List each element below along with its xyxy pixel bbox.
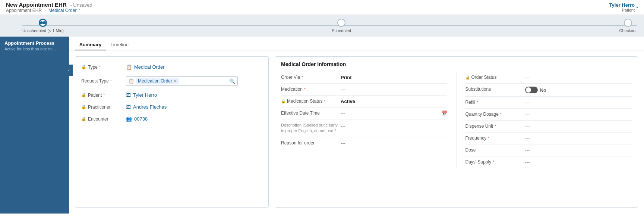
search-icon[interactable]: 🔍 <box>229 78 235 84</box>
toggle-track[interactable] <box>525 87 538 93</box>
lock-icon-practitioner: 🔒 <box>81 105 86 109</box>
medication-value[interactable]: --- <box>341 87 447 92</box>
substitutions-no-label: No <box>540 87 546 93</box>
substitutions-label: Substitutions <box>465 87 525 92</box>
step-circle-unscheduled <box>39 19 47 27</box>
tab-summary[interactable]: Summary <box>75 40 106 50</box>
quantity-dosage-label: Quantity Dosage * <box>465 112 525 117</box>
top-bar-left: New Appointment EHR - Unsaved Appointmen… <box>6 1 92 13</box>
info-row-description: Description (Spelled out clearly in prop… <box>281 119 447 137</box>
info-row-effective-date: Effective Date Time --- 📅 <box>281 108 447 119</box>
field-encounter: 🔒 Encounter 👥 00738 <box>80 113 264 125</box>
main-layout: Appointment Process Active for less than… <box>0 37 644 214</box>
days-supply-value[interactable]: --- <box>525 159 632 165</box>
person-icon-patient: 🖼 <box>126 92 131 98</box>
refill-label: Refill * <box>465 100 525 105</box>
description-value[interactable]: --- <box>341 122 447 129</box>
description-label: Description (Spelled out clearly in prop… <box>281 122 341 134</box>
field-patient: 🔒 Patient * 🖼 Tyler Herro <box>80 89 264 101</box>
required-refill: * <box>477 100 478 105</box>
dispense-unit-label: Dispense Unit * <box>465 124 525 129</box>
required-request-type: * <box>110 79 112 83</box>
step-circle-checkout <box>624 19 632 27</box>
sidebar-collapse-button[interactable]: ‹ <box>65 65 73 76</box>
field-type: 🔒 Type * 📋 Medical Order <box>80 61 264 73</box>
frequency-value[interactable]: --- <box>525 136 632 141</box>
breadcrumb-ehr[interactable]: Appointment EHR <box>6 8 42 13</box>
required-qty: * <box>500 112 502 116</box>
breadcrumb-sep: · <box>44 8 47 13</box>
info-row-order-via: Order Via * Print <box>281 72 447 84</box>
lock-icon-type: 🔒 <box>81 65 86 69</box>
dose-value[interactable]: --- <box>525 147 632 153</box>
lock-icon-encounter: 🔒 <box>81 116 86 121</box>
info-row-days-supply: Days' Supply * --- <box>465 156 632 168</box>
field-encounter-label: 🔒 Encounter <box>81 116 126 122</box>
medication-label: Medication * <box>281 87 341 92</box>
top-bar: New Appointment EHR - Unsaved Appointmen… <box>0 0 644 15</box>
info-row-dispense-unit: Dispense Unit * --- <box>465 121 632 133</box>
top-bar-right: Tyler Herro Patient ▾ <box>609 2 638 12</box>
step-checkout: Checkout <box>619 19 637 33</box>
medication-status-value[interactable]: Active <box>341 99 447 104</box>
dispense-unit-value[interactable]: --- <box>525 124 632 129</box>
info-left-col: Order Via * Print Medication * --- <box>281 72 457 168</box>
info-row-refill: Refill * --- <box>465 97 632 109</box>
tab-timeline[interactable]: Timeline <box>106 40 133 50</box>
sidebar: Appointment Process Active for less than… <box>0 37 69 214</box>
info-row-order-status: 🔒 Order Status --- <box>465 72 632 84</box>
required-frequency: * <box>488 136 489 140</box>
sidebar-subtitle: Active for less than one mi... <box>4 47 64 51</box>
step-dot <box>40 21 43 24</box>
required-patient: * <box>103 93 105 97</box>
field-request-type-value: 📋 Medication Order ✕ 🔍 <box>126 76 262 86</box>
sidebar-title: Appointment Process <box>4 40 64 46</box>
info-row-medication: Medication * --- <box>281 84 447 96</box>
substitutions-toggle[interactable]: No <box>525 87 546 93</box>
refill-value[interactable]: --- <box>525 100 632 105</box>
effective-date-label: Effective Date Time <box>281 110 341 116</box>
request-type-tag-input[interactable]: 📋 Medication Order ✕ 🔍 <box>126 76 238 86</box>
effective-date-value: --- 📅 <box>341 110 447 116</box>
app-title: New Appointment EHR <box>6 1 67 8</box>
effective-date-text[interactable]: --- <box>341 110 345 116</box>
order-status-value[interactable]: --- <box>525 75 632 80</box>
calendar-icon[interactable]: 📅 <box>441 110 447 116</box>
step-label-checkout: Checkout <box>619 28 637 33</box>
info-row-dose: Dose --- <box>465 144 632 156</box>
step-label-unscheduled: Unscheduled (< 1 Min) <box>22 28 64 33</box>
info-row-quantity-dosage: Quantity Dosage * --- <box>465 109 632 121</box>
tag-remove-button[interactable]: ✕ <box>174 79 177 84</box>
type-value-text[interactable]: Medical Order <box>134 64 165 70</box>
person-icon-practitioner: 🖼 <box>126 104 131 110</box>
required-type: * <box>99 65 101 69</box>
required-desc: * <box>334 129 336 133</box>
info-row-reason: Reason for order --- <box>281 137 447 149</box>
order-status-label: 🔒 Order Status <box>465 75 525 80</box>
lock-icon-patient: 🔒 <box>81 93 86 97</box>
field-request-type: Request Type * 📋 Medication Order ✕ 🔍 <box>80 73 264 89</box>
reason-label: Reason for order <box>281 140 341 146</box>
breadcrumb-chevron: ˅ <box>79 9 80 13</box>
user-chevron-icon[interactable]: ▾ <box>636 5 638 9</box>
step-label-scheduled: Scheduled <box>332 28 351 33</box>
patient-value-text[interactable]: Tyler Herro <box>133 92 157 98</box>
progress-steps: Unscheduled (< 1 Min) Scheduled Checkout <box>22 19 637 33</box>
field-patient-label: 🔒 Patient * <box>81 93 126 98</box>
info-row-frequency: Frequency * --- <box>465 133 632 144</box>
substitutions-value: No <box>525 87 632 93</box>
quantity-dosage-value[interactable]: --- <box>525 112 632 117</box>
breadcrumb-current[interactable]: Medical Order <box>48 8 76 13</box>
step-circle-scheduled <box>337 19 345 27</box>
order-via-label: Order Via * <box>281 75 341 80</box>
user-name[interactable]: Tyler Herro <box>609 2 635 8</box>
info-row-medication-status: 🔒 Medication Status * Active <box>281 96 447 108</box>
reason-value[interactable]: --- <box>341 140 447 146</box>
field-encounter-value: 👥 00738 <box>126 116 262 122</box>
practitioner-value-text[interactable]: Andres Flechas <box>133 104 167 110</box>
info-right-col: 🔒 Order Status --- Substitutions <box>457 72 632 168</box>
field-request-type-label: Request Type * <box>81 78 126 84</box>
order-via-value[interactable]: Print <box>341 75 447 80</box>
medication-status-label: 🔒 Medication Status * <box>281 99 341 104</box>
encounter-value-text[interactable]: 00738 <box>134 116 148 122</box>
